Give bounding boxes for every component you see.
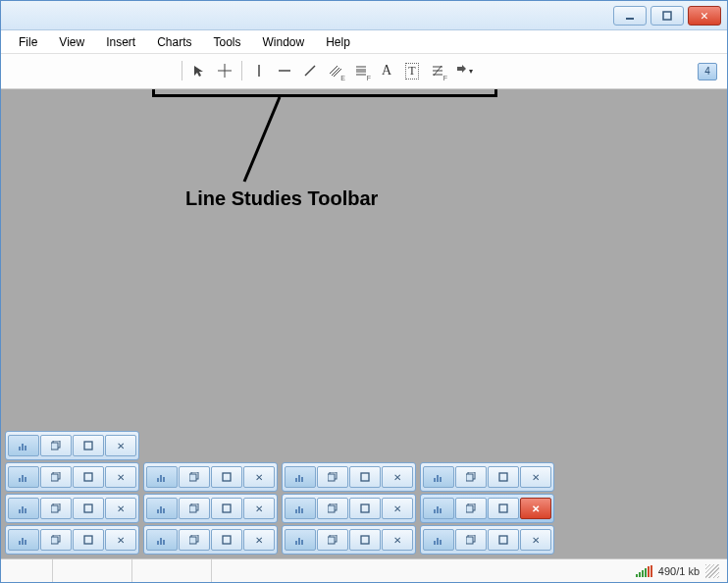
close-window-button[interactable]: ✕ [105, 466, 136, 488]
svg-rect-93 [440, 540, 442, 545]
restore-window-button[interactable] [317, 498, 348, 519]
restore-window-button[interactable] [179, 529, 210, 551]
close-window-button[interactable]: ✕ [382, 466, 413, 488]
maximize-window-button[interactable] [488, 466, 519, 488]
close-window-button[interactable]: ✕ [243, 529, 275, 551]
svg-rect-21 [25, 446, 26, 450]
menu-file[interactable]: File [9, 32, 47, 52]
svg-rect-1 [663, 12, 671, 20]
chart-window-icon[interactable] [146, 529, 178, 551]
chart-window-icon[interactable] [146, 498, 178, 519]
maximize-window-button[interactable] [73, 466, 104, 488]
alerts-badge[interactable]: 4 [698, 63, 717, 80]
minimized-window: ✕ [143, 494, 278, 523]
arrows-icon[interactable]: ▾ [451, 59, 475, 82]
menu-charts[interactable]: Charts [147, 32, 201, 52]
menu-tools[interactable]: Tools [204, 32, 251, 52]
svg-rect-96 [499, 536, 507, 544]
close-window-button[interactable]: ✕ [520, 498, 551, 519]
fibonacci-retracement-icon[interactable]: F [349, 59, 373, 82]
maximize-window-button[interactable] [73, 435, 104, 456]
maximize-window-button[interactable] [349, 466, 381, 488]
svg-rect-27 [25, 477, 26, 482]
minimize-button[interactable] [613, 6, 647, 26]
chart-window-icon[interactable] [8, 435, 39, 456]
restore-window-button[interactable] [40, 529, 72, 551]
svg-rect-81 [163, 540, 165, 545]
svg-rect-54 [84, 504, 92, 512]
maximize-window-button[interactable] [488, 498, 519, 519]
chart-window-icon[interactable] [285, 498, 316, 519]
restore-window-button[interactable] [455, 466, 487, 488]
menu-help[interactable]: Help [316, 32, 360, 52]
restore-window-button[interactable] [317, 529, 348, 551]
maximize-window-button[interactable] [349, 498, 381, 519]
svg-rect-36 [223, 473, 231, 481]
restore-window-button[interactable] [455, 529, 487, 551]
close-window-button[interactable]: ✕ [243, 466, 275, 488]
menu-insert[interactable]: Insert [96, 32, 145, 52]
text-label-icon[interactable]: T [400, 59, 424, 82]
minimized-window: ✕ [5, 494, 139, 523]
vertical-line-icon[interactable] [247, 59, 271, 82]
svg-rect-33 [163, 477, 165, 482]
status-cell [52, 559, 131, 582]
chart-window-icon[interactable] [285, 529, 316, 551]
annotation-line [242, 97, 282, 186]
close-window-button[interactable]: ✕ [105, 529, 136, 551]
menu-window[interactable]: Window [253, 32, 315, 52]
close-window-button[interactable]: ✕ [382, 498, 413, 519]
maximize-window-button[interactable] [211, 466, 242, 488]
cursor-icon[interactable] [187, 59, 211, 82]
svg-line-6 [305, 66, 315, 76]
restore-window-button[interactable] [40, 435, 72, 456]
chart-window-icon[interactable] [8, 498, 39, 519]
svg-rect-31 [157, 478, 159, 482]
chart-window-icon[interactable] [146, 466, 178, 488]
trendline-icon[interactable] [298, 59, 322, 82]
maximize-window-button[interactable] [73, 529, 104, 551]
maximize-window-button[interactable] [211, 498, 242, 519]
maximize-window-button[interactable] [73, 498, 104, 519]
minimized-windows: ✕✕✕✕✕✕✕✕✕✕✕✕✕ [5, 431, 554, 555]
close-window-button[interactable]: ✕ [105, 498, 136, 519]
close-window-button[interactable]: ✕ [105, 435, 136, 456]
svg-rect-78 [84, 536, 92, 544]
menu-view[interactable]: View [49, 32, 94, 52]
svg-rect-62 [298, 506, 300, 513]
andrew-pitchfork-icon[interactable]: F [426, 59, 449, 82]
chart-window-icon[interactable] [8, 466, 39, 488]
chart-window-icon[interactable] [423, 466, 454, 488]
equidistant-channel-icon[interactable]: E [324, 59, 347, 82]
maximize-window-button[interactable] [488, 529, 519, 551]
chart-window-icon[interactable] [423, 498, 454, 519]
svg-rect-23 [51, 443, 58, 450]
horizontal-line-icon[interactable] [273, 59, 296, 82]
svg-rect-86 [298, 538, 300, 545]
restore-window-button[interactable] [179, 466, 210, 488]
restore-window-button[interactable] [179, 498, 210, 519]
close-window-button[interactable]: ✕ [382, 529, 413, 551]
svg-rect-66 [361, 504, 369, 512]
close-window-button[interactable]: ✕ [243, 498, 275, 519]
svg-rect-75 [25, 540, 26, 545]
close-window-button[interactable]: ✕ [520, 466, 551, 488]
restore-window-button[interactable] [40, 498, 72, 519]
resize-grip[interactable] [705, 564, 719, 578]
chart-window-icon[interactable] [423, 529, 454, 551]
restore-window-button[interactable] [317, 466, 348, 488]
statusbar: 490/1 kb [1, 558, 727, 582]
text-icon[interactable]: A [375, 59, 398, 82]
icon-sub: F [443, 75, 447, 81]
maximize-window-button[interactable] [349, 529, 381, 551]
chart-window-icon[interactable] [8, 529, 39, 551]
restore-window-button[interactable] [455, 498, 487, 519]
close-button[interactable]: ✕ [688, 6, 721, 26]
chart-window-icon[interactable] [285, 466, 316, 488]
maximize-window-button[interactable] [211, 529, 242, 551]
crosshair-icon[interactable] [213, 59, 236, 82]
close-window-button[interactable]: ✕ [520, 529, 551, 551]
restore-window-button[interactable] [40, 466, 72, 488]
maximize-button[interactable] [650, 6, 684, 26]
svg-rect-53 [51, 505, 58, 512]
